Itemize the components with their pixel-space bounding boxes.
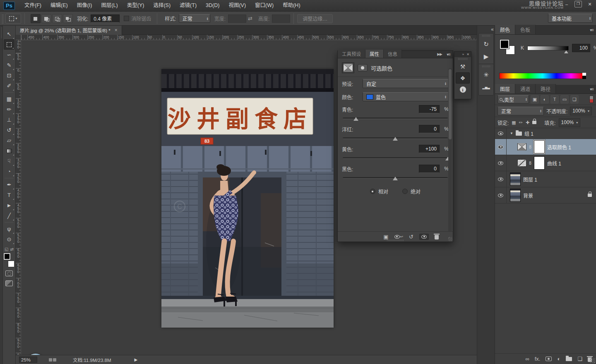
black-slider[interactable]: [343, 177, 448, 179]
cyan-value-field[interactable]: -75: [419, 105, 440, 113]
dodge-tool[interactable]: ◔: [4, 166, 14, 177]
path-selection-tool[interactable]: ►: [4, 200, 14, 211]
swap-colors-icon[interactable]: ⇄: [10, 247, 14, 251]
minimize-button[interactable]: –: [563, 1, 570, 7]
actions-panel-icon[interactable]: ▶: [479, 50, 493, 63]
eyedropper-tool[interactable]: ✐: [4, 81, 14, 91]
layer-visibility-toggle[interactable]: [495, 155, 507, 171]
rectangular-marquee-tool[interactable]: [4, 39, 14, 50]
filter-adjustment-layers-icon[interactable]: ◐: [541, 95, 549, 103]
reset-adjustment-icon[interactable]: ↺: [409, 234, 413, 240]
lock-transparency-icon[interactable]: ▦: [512, 120, 516, 125]
status-options-icon[interactable]: [49, 358, 56, 362]
panel-menu-icon[interactable]: ▾≡: [590, 87, 594, 91]
layer-mask-thumbnail[interactable]: [534, 140, 545, 153]
subtract-from-selection-button[interactable]: [52, 14, 62, 23]
screen-mode-button[interactable]: [5, 280, 13, 286]
clip-to-layer-icon[interactable]: ▣: [383, 234, 388, 240]
yellow-value-field[interactable]: +100: [419, 145, 440, 153]
height-input[interactable]: [272, 14, 290, 23]
tab-color[interactable]: 颜色: [495, 25, 515, 34]
tab-tool-presets[interactable]: 工具预设: [338, 50, 365, 58]
layer-row-group1[interactable]: ▼ 组 1: [495, 128, 596, 139]
layer-row-layer1[interactable]: 图层 1: [495, 171, 596, 187]
panel-corner-resize[interactable]: [448, 237, 452, 241]
menu-select[interactable]: 选择(S): [149, 0, 175, 11]
cyan-slider[interactable]: [343, 117, 448, 119]
group-expand-triangle[interactable]: ▼: [510, 132, 513, 135]
type-tool[interactable]: T: [4, 190, 14, 200]
crop-tool[interactable]: ⊡: [4, 70, 14, 81]
feather-input[interactable]: 0.4 像素: [91, 14, 120, 23]
k-slider-thumb[interactable]: [564, 50, 568, 53]
zoom-level-field[interactable]: 25%: [19, 357, 37, 363]
tool-preset-picker[interactable]: ▾: [5, 14, 21, 24]
layer-thumbnail[interactable]: [510, 189, 521, 202]
fill-combo[interactable]: 100%▾: [559, 118, 581, 127]
foreground-color-swatch[interactable]: [4, 253, 10, 260]
status-popup-arrow-icon[interactable]: ▶: [134, 357, 137, 362]
relative-radio[interactable]: 相对: [370, 188, 388, 195]
history-panel-icon[interactable]: ↻: [479, 38, 493, 50]
blend-mode-dropdown[interactable]: 正常 ▴▾: [497, 107, 544, 115]
expand-panels-icon[interactable]: «: [491, 26, 493, 32]
layer-mask-thumbnail[interactable]: [534, 156, 545, 170]
new-selection-button[interactable]: [31, 14, 41, 23]
menu-edit[interactable]: 编辑(E): [46, 0, 72, 11]
menu-image[interactable]: 图像(I): [72, 0, 97, 11]
layer-row-background[interactable]: 背景: [495, 187, 596, 204]
hand-tool[interactable]: ψ: [4, 224, 14, 234]
smudge-tool[interactable]: ☟: [4, 156, 14, 166]
tab-swatches[interactable]: 色板: [515, 25, 536, 34]
add-to-selection-button[interactable]: [41, 14, 51, 23]
workspace-switcher[interactable]: 基本功能 ▴▾: [548, 14, 593, 23]
tab-channels[interactable]: 通道: [515, 84, 536, 93]
filter-smart-object-icon[interactable]: ❏: [570, 95, 579, 103]
color-channel-dropdown[interactable]: 蓝色 ▴▾: [363, 92, 449, 101]
menu-view[interactable]: 视图(V): [224, 0, 250, 11]
layer-filter-dropdown[interactable]: 类型 ▴▾: [497, 95, 529, 103]
slider-thumb[interactable]: [393, 137, 398, 141]
filtering-toggle[interactable]: [589, 96, 594, 103]
new-layer-icon[interactable]: ❏: [577, 356, 582, 362]
style-dropdown[interactable]: 正常 ▴▾: [179, 14, 210, 23]
view-previous-state-icon[interactable]: ↩: [394, 235, 404, 239]
zoom-tool[interactable]: ⊙: [4, 234, 14, 244]
gradient-tool[interactable]: [4, 146, 14, 156]
navigator-panel-icon[interactable]: ✳: [479, 69, 493, 81]
lasso-tool[interactable]: ∽: [4, 50, 14, 60]
quick-selection-tool[interactable]: ✎: [4, 60, 14, 70]
width-input[interactable]: [228, 14, 246, 23]
menu-filter[interactable]: 滤镜(T): [175, 0, 201, 11]
panel-menu-icon[interactable]: ▾≡: [590, 28, 594, 32]
move-tool[interactable]: ↖: [4, 29, 14, 39]
brush-tool[interactable]: ✏: [4, 104, 14, 115]
filter-shape-layers-icon[interactable]: ▭: [560, 95, 569, 103]
layer-row-curves[interactable]: 8 曲线 1: [495, 155, 596, 171]
tab-info[interactable]: 信息: [384, 50, 402, 58]
lock-all-icon[interactable]: [532, 121, 536, 124]
eraser-tool[interactable]: ▱: [4, 135, 14, 146]
layer-thumbnail[interactable]: [510, 172, 521, 186]
refine-edge-button[interactable]: 调整边缘…: [297, 14, 333, 23]
layer-visibility-toggle[interactable]: [495, 187, 507, 203]
color-spectrum-ramp[interactable]: [499, 73, 586, 79]
healing-brush-tool[interactable]: ▦: [4, 94, 14, 104]
info-panel-icon[interactable]: i: [456, 84, 470, 95]
menu-window[interactable]: 窗口(W): [250, 0, 278, 11]
filter-type-layers-icon[interactable]: T: [550, 95, 559, 103]
tool-presets-panel-icon[interactable]: ⚒: [456, 61, 470, 72]
magenta-value-field[interactable]: 0: [419, 125, 440, 133]
black-value-field[interactable]: 0: [419, 165, 440, 173]
histogram-panel-icon[interactable]: ▂▅▃: [479, 81, 493, 93]
mask-badge-icon[interactable]: [358, 64, 368, 72]
properties-panel-icon[interactable]: ❖: [456, 72, 470, 84]
background-color-swatch[interactable]: [8, 261, 14, 267]
swap-width-height-icon[interactable]: ⇄: [248, 15, 252, 22]
close-tab-icon[interactable]: ×: [115, 27, 118, 33]
foreground-color-swatch[interactable]: [500, 40, 509, 49]
toggle-visibility-icon[interactable]: [419, 234, 429, 240]
document-tab[interactable]: 原片.jpg @ 25% (选取颜色 1, 图层蒙版/8) * ×: [16, 26, 122, 35]
menu-file[interactable]: 文件(F): [20, 0, 46, 11]
default-colors-icon[interactable]: ◱: [5, 247, 8, 251]
